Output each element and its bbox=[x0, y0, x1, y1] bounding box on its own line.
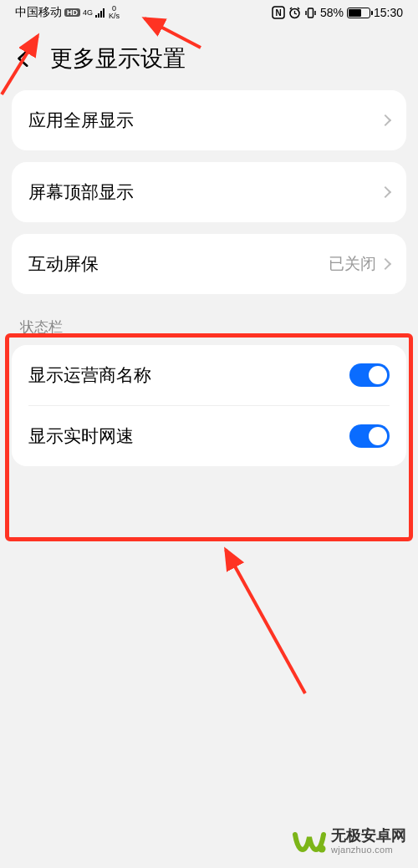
row-fullscreen[interactable]: 应用全屏显示 bbox=[12, 90, 406, 150]
row-value: 已关闭 bbox=[329, 253, 376, 275]
toggle-show-carrier[interactable] bbox=[349, 363, 390, 387]
card-screensaver: 互动屏保 已关闭 bbox=[12, 234, 406, 294]
card-fullscreen: 应用全屏显示 bbox=[12, 90, 406, 150]
row-label: 显示运营商名称 bbox=[28, 363, 151, 387]
back-icon[interactable] bbox=[13, 48, 35, 69]
header: 更多显示设置 bbox=[0, 25, 418, 90]
row-label: 应用全屏显示 bbox=[28, 109, 134, 132]
svg-text:N: N bbox=[275, 8, 281, 18]
chevron-right-icon bbox=[380, 114, 391, 126]
row-label: 互动屏保 bbox=[28, 252, 99, 276]
chevron-right-icon bbox=[380, 186, 391, 198]
row-show-carrier[interactable]: 显示运营商名称 bbox=[12, 345, 406, 405]
card-statusbar-settings: 显示运营商名称 显示实时网速 bbox=[12, 345, 406, 466]
carrier-name: 中国移动 bbox=[15, 5, 62, 20]
row-label: 显示实时网速 bbox=[28, 424, 134, 448]
status-left: 中国移动 HD 4G 0K/s bbox=[15, 5, 120, 20]
watermark: 无极安卓网 wjanzhuo.com bbox=[293, 825, 406, 858]
watermark-name: 无极安卓网 bbox=[331, 827, 406, 845]
hd-icon: HD bbox=[64, 8, 80, 17]
svg-point-7 bbox=[319, 845, 326, 853]
row-show-netspeed[interactable]: 显示实时网速 bbox=[12, 406, 406, 466]
row-top-display[interactable]: 屏幕顶部显示 bbox=[12, 162, 406, 222]
alarm-icon bbox=[288, 7, 301, 19]
card-top-display: 屏幕顶部显示 bbox=[12, 162, 406, 222]
row-label: 屏幕顶部显示 bbox=[28, 180, 134, 204]
battery-percent: 58% bbox=[320, 6, 344, 19]
svg-rect-3 bbox=[308, 8, 313, 18]
annotation-arrow-3 bbox=[209, 535, 318, 702]
status-right: N 58% 15:30 bbox=[272, 6, 403, 19]
net-speed: 0K/s bbox=[109, 5, 120, 20]
clock: 15:30 bbox=[374, 6, 403, 19]
section-title-statusbar: 状态栏 bbox=[12, 306, 406, 345]
page-title: 更多显示设置 bbox=[50, 43, 186, 74]
row-screensaver[interactable]: 互动屏保 已关闭 bbox=[12, 234, 406, 294]
watermark-logo-icon bbox=[293, 825, 326, 858]
nfc-icon: N bbox=[272, 6, 285, 19]
chevron-right-icon bbox=[380, 258, 391, 270]
vibrate-icon bbox=[304, 7, 317, 19]
svg-line-6 bbox=[226, 550, 305, 693]
network-type: 4G bbox=[83, 9, 93, 17]
battery-icon bbox=[347, 8, 370, 18]
toggle-show-netspeed[interactable] bbox=[349, 424, 390, 448]
signal-icon bbox=[95, 8, 104, 18]
status-bar: 中国移动 HD 4G 0K/s N 58% 15:30 bbox=[0, 0, 418, 25]
watermark-url: wjanzhuo.com bbox=[331, 845, 406, 855]
